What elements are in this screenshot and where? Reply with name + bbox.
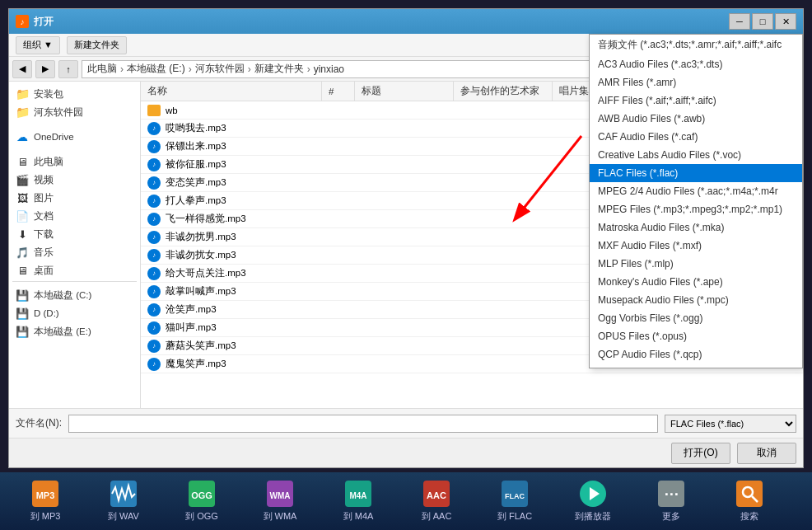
- sidebar-item-downloads[interactable]: ⬇ 下载: [9, 225, 140, 243]
- filetype-option[interactable]: MPEG 2/4 Audio Files (*.aac;*.m4a;*.m4r: [590, 182, 802, 200]
- folder-icon: 🎵: [16, 246, 29, 259]
- sidebar-item-music[interactable]: 🎵 音乐: [9, 243, 140, 261]
- filetype-dropdown[interactable]: 音频文件 (*.ac3;*.dts;*.amr;*.aif;*.aiff;*.a…: [589, 82, 803, 368]
- mp3-file-icon: ♪: [147, 231, 161, 244]
- svg-text:⋯: ⋯: [664, 485, 679, 502]
- up-button[interactable]: ↑: [58, 60, 78, 78]
- sidebar-item-drive-e[interactable]: 💾 本地磁盘 (E:): [9, 322, 140, 340]
- folder-icon: 📁: [16, 106, 29, 119]
- filetype-option[interactable]: MLP Files (*.mlp): [590, 255, 802, 273]
- filetype-option[interactable]: Monkey's Audio Files (*.ape): [590, 273, 802, 291]
- path-drive[interactable]: 本地磁盘 (E:): [127, 62, 185, 76]
- filetype-option[interactable]: Matroska Audio Files (*.mka): [590, 218, 802, 237]
- svg-text:M4A: M4A: [349, 491, 366, 500]
- taskbar-player-label: 到播放器: [575, 510, 611, 523]
- taskbar-search[interactable]: 搜索: [712, 476, 786, 526]
- sidebar-label: 安装包: [34, 88, 63, 101]
- wma-icon: WMA: [267, 481, 293, 507]
- sidebar-label: D (D:): [34, 308, 59, 318]
- open-button[interactable]: 打开(O): [671, 443, 730, 464]
- col-header-title[interactable]: 标题: [355, 82, 454, 101]
- sidebar-item-drive-c[interactable]: 💾 本地磁盘 (C:): [9, 286, 140, 304]
- filetype-option[interactable]: CAF Audio Files (*.caf): [590, 128, 802, 146]
- title-bar-left: ♪ 打开: [16, 15, 54, 29]
- cloud-icon: ☁: [16, 130, 29, 143]
- sidebar-item-documents[interactable]: 📄 文档: [9, 207, 140, 225]
- col-header-num[interactable]: #: [322, 82, 355, 101]
- filetype-option[interactable]: AWB Audio Files (*.awb): [590, 110, 802, 128]
- sidebar-item-computer[interactable]: 🖥 此电脑: [9, 152, 140, 171]
- sidebar-item-pictures[interactable]: 🖼 图片: [9, 189, 140, 207]
- taskbar-mp3[interactable]: MP3 到 MP3: [8, 476, 82, 526]
- filetype-option[interactable]: Raw Audio Files (*.raw;*.gsm): [590, 363, 802, 368]
- svg-text:OGG: OGG: [191, 490, 212, 500]
- sidebar: 📁 安装包 📁 河东软件园 ☁ OneDrive 🖥: [9, 82, 141, 408]
- filetype-option[interactable]: Ogg Vorbis Files (*.ogg): [590, 309, 802, 327]
- filetype-option[interactable]: QCP Audio Files (*.qcp): [590, 345, 802, 363]
- filetype-option[interactable]: FLAC Files (*.flac): [590, 164, 802, 182]
- action-bar: 打开(O) 取消: [9, 438, 803, 467]
- title-controls: ─ □ ✕: [729, 13, 796, 30]
- filetype-option[interactable]: MPEG Files (*.mp3;*.mpeg3;*.mp2;*.mp1): [590, 200, 802, 218]
- back-button[interactable]: ◀: [12, 60, 32, 78]
- mp3-file-icon: ♪: [147, 195, 161, 208]
- mp3-file-icon: ♪: [147, 321, 161, 335]
- path-computer[interactable]: 此电脑: [87, 62, 117, 76]
- sidebar-item-drive-d[interactable]: 💾 D (D:): [9, 304, 140, 322]
- file-name: 变态笑声.mp3: [166, 176, 226, 189]
- file-name: 打人拳声.mp3: [166, 195, 226, 207]
- taskbar-more[interactable]: ⋯ 更多: [634, 476, 708, 526]
- path-folder2[interactable]: 新建文件夹: [254, 62, 304, 76]
- dialog-title: 打开: [34, 15, 54, 29]
- sidebar-item-video[interactable]: 🎬 视频: [9, 171, 140, 189]
- file-name: 哎哟我去.mp3: [166, 122, 226, 134]
- mp3-file-icon: ♪: [147, 158, 161, 171]
- sidebar-item-install[interactable]: 📁 安装包: [9, 85, 140, 103]
- organize-button[interactable]: 组织 ▼: [16, 36, 60, 54]
- taskbar-mp3-label: 到 MP3: [30, 510, 61, 523]
- close-button[interactable]: ✕: [775, 13, 796, 30]
- filetype-select[interactable]: 音频文件 (*.ac3;*.dts;*.amr;*.aif;*.aiff;*.a…: [665, 415, 796, 433]
- taskbar-aac[interactable]: AAC 到 AAC: [399, 476, 474, 526]
- content-area: 📁 安装包 📁 河东软件园 ☁ OneDrive 🖥: [9, 82, 803, 408]
- col-header-artist[interactable]: 参与创作的艺术家: [454, 82, 553, 101]
- filetype-option[interactable]: MXF Audio Files (*.mxf): [590, 237, 802, 255]
- taskbar-flac[interactable]: FLAC 到 FLAC: [478, 476, 552, 526]
- minimize-button[interactable]: ─: [729, 13, 750, 30]
- folder-icon: 🎬: [16, 173, 29, 186]
- path-folder1[interactable]: 河东软件园: [195, 62, 245, 76]
- sidebar-item-onedrive[interactable]: ☁ OneDrive: [9, 128, 140, 146]
- wav-icon: [110, 481, 137, 507]
- taskbar-wav-label: 到 WAV: [108, 510, 139, 523]
- taskbar-player[interactable]: 到播放器: [556, 476, 630, 526]
- taskbar-wma[interactable]: WMA 到 WMA: [243, 476, 317, 526]
- file-name: 被你征服.mp3: [166, 158, 226, 171]
- path-folder3[interactable]: yinxiao: [314, 63, 344, 75]
- cancel-button[interactable]: 取消: [737, 443, 796, 464]
- taskbar-wma-label: 到 WMA: [264, 510, 297, 523]
- filetype-option[interactable]: Creative Labs Audio Files (*.voc): [590, 146, 802, 164]
- sidebar-item-hedong[interactable]: 📁 河东软件园: [9, 103, 140, 121]
- taskbar-wav[interactable]: 到 WAV: [86, 476, 161, 526]
- mp3-file-icon: ♪: [147, 176, 161, 190]
- filetype-option[interactable]: AIFF Files (*.aif;*.aiff;*.aifc): [590, 91, 802, 110]
- sidebar-item-desktop[interactable]: 🖥 桌面: [9, 261, 140, 279]
- new-folder-button[interactable]: 新建文件夹: [67, 36, 127, 54]
- sidebar-label: 视频: [34, 174, 54, 186]
- sidebar-label: 本地磁盘 (C:): [34, 289, 91, 302]
- app-icon: ♪: [16, 15, 29, 28]
- col-header-name[interactable]: 名称: [141, 82, 322, 101]
- file-name: 给大哥点关注.mp3: [166, 267, 246, 279]
- maximize-button[interactable]: □: [752, 13, 773, 30]
- filename-input[interactable]: [68, 415, 658, 433]
- taskbar-m4a[interactable]: M4A 到 M4A: [321, 476, 395, 526]
- drive-icon: 💾: [16, 307, 29, 320]
- filetype-option[interactable]: OPUS Files (*.opus): [590, 327, 802, 345]
- taskbar-ogg[interactable]: OGG 到 OGG: [165, 476, 239, 526]
- flac-icon: FLAC: [502, 481, 528, 507]
- sidebar-label: 音乐: [34, 246, 54, 259]
- filetype-option[interactable]: AMR Files (*.amr): [590, 82, 802, 91]
- forward-button[interactable]: ▶: [35, 60, 55, 78]
- mp3-file-icon: ♪: [147, 249, 161, 262]
- filetype-option[interactable]: Musepack Audio Files (*.mpc): [590, 291, 802, 309]
